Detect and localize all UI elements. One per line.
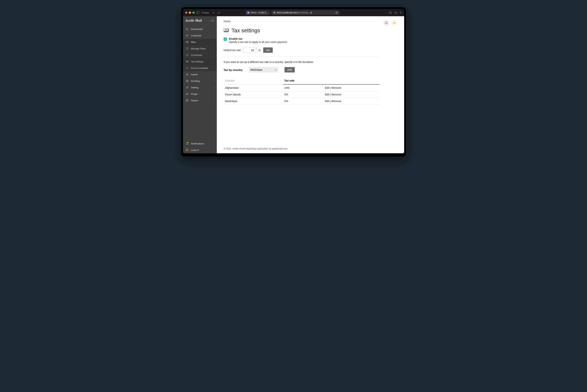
page-title: Tax settings <box>232 28 260 34</box>
set-button[interactable]: Set <box>263 48 273 53</box>
chevron-right-icon: › <box>213 34 214 36</box>
browser-tab-1[interactable]: M Demo - Acelle E... <box>245 10 270 15</box>
col-actions <box>323 77 379 84</box>
sidebar-sub-tax-settings[interactable]: Tax settings <box>183 58 217 65</box>
percent-sign: % <box>258 49 260 52</box>
svg-line-38 <box>393 24 394 24</box>
footer-copy: © 2022. Acelle Email Marketing Applicati… <box>224 147 272 150</box>
breadcrumb[interactable]: Home <box>224 20 230 23</box>
address-bar[interactable]: ✕ demo.acellemail.com/tax/settings <box>271 10 340 15</box>
send-icon <box>186 79 189 82</box>
window-close-dot[interactable] <box>185 12 187 14</box>
gear-icon <box>186 86 189 89</box>
tax-icon <box>186 60 189 63</box>
svg-text:$: $ <box>187 54 188 56</box>
site-menu-icon[interactable] <box>335 11 338 14</box>
svg-rect-41 <box>224 28 228 31</box>
svg-line-30 <box>387 24 387 24</box>
svg-rect-0 <box>196 12 199 14</box>
enable-tax-label: Enable tax <box>229 37 287 40</box>
currency-icon: $ <box>186 53 189 56</box>
svg-point-31 <box>394 22 395 24</box>
sidebar-sub-manage-plans[interactable]: Manage Plans <box>183 45 217 52</box>
sidebar-item-sending[interactable]: Sending › <box>183 78 217 84</box>
download-icon[interactable] <box>389 11 392 14</box>
app-window: Acelle Mail Dashboard Customer › Plan <box>183 16 404 153</box>
lock-icon <box>310 12 312 14</box>
cell-actions: Edit|Remove <box>323 91 379 98</box>
sidebar-collapse-icon[interactable] <box>211 20 214 22</box>
edit-link[interactable]: Edit <box>325 86 329 89</box>
country-note: If you want to set up a different tax ra… <box>224 60 380 64</box>
sidebar-item-label: Invoice template <box>191 67 214 70</box>
sidebar-item-admin[interactable]: Admin › <box>183 71 217 78</box>
cell-actions: Edit|Remove <box>323 98 379 104</box>
sidebar-item-customer[interactable]: Customer › <box>183 32 217 39</box>
sidebar-item-label: Customer <box>191 34 211 37</box>
footer: © 2022. Acelle Email Marketing Applicati… <box>217 144 404 153</box>
chevron-right-icon: › <box>213 86 214 88</box>
sidebar-item-user[interactable]: Louis P. › <box>183 147 217 153</box>
remove-link[interactable]: Remove <box>331 100 341 102</box>
svg-point-29 <box>385 22 387 24</box>
device-frame: Private M Demo - Acelle E... ✕ demo.acel… <box>181 7 406 156</box>
footer-link[interactable]: acellemail.com <box>272 147 287 150</box>
admin-icon <box>186 73 189 76</box>
tab-title: Demo - Acelle E... <box>251 11 268 14</box>
sidebar-item-label: Plugin <box>191 93 211 96</box>
sidebar-item-plugin[interactable]: Plugin › <box>183 91 217 97</box>
svg-line-39 <box>395 22 395 22</box>
check-icon <box>224 38 226 40</box>
main-content: Home Tax settings <box>217 16 404 153</box>
nav-reload-icon[interactable] <box>218 12 220 14</box>
svg-point-24 <box>187 74 188 74</box>
number-spinner[interactable]: ▲▼ <box>255 48 257 51</box>
edit-link[interactable]: Edit <box>325 100 329 102</box>
chevron-right-icon: › <box>213 80 214 82</box>
svg-point-4 <box>336 12 336 13</box>
window-min-dot[interactable] <box>189 12 191 14</box>
cell-country: Afghanistan <box>224 84 283 91</box>
sidebar-item-dashboard[interactable]: Dashboard <box>183 26 217 32</box>
country-select[interactable]: Martinique ▼ <box>249 67 278 72</box>
add-button[interactable]: Add <box>284 67 295 72</box>
table-row: Martinique 5% Edit|Remove <box>224 98 380 104</box>
new-tab-icon[interactable] <box>399 11 402 14</box>
col-country: Country <box>224 77 283 84</box>
svg-point-6 <box>337 12 337 13</box>
theme-toggle-button[interactable] <box>391 20 397 26</box>
url-host: demo.acellemail.com <box>277 11 297 14</box>
svg-rect-16 <box>186 48 188 50</box>
sidebar-item-plan[interactable]: Plan ⌄ <box>183 39 217 45</box>
manage-icon <box>186 47 189 50</box>
enable-tax-checkbox[interactable] <box>224 38 227 41</box>
sidebar-sub-currencies[interactable]: $ Currencies <box>183 52 217 58</box>
invoice-icon <box>186 66 189 70</box>
remove-link[interactable]: Remove <box>331 93 341 96</box>
cell-country: Martinique <box>224 98 283 104</box>
search-button[interactable] <box>383 20 389 26</box>
sidebar-item-label: Admin <box>191 73 211 76</box>
share-icon[interactable] <box>394 11 397 14</box>
edit-link[interactable]: Edit <box>325 93 329 96</box>
window-max-dot[interactable] <box>192 12 195 14</box>
sidebar-item-setting[interactable]: Setting › <box>183 84 217 91</box>
cell-rate: 5% <box>283 91 324 98</box>
sidebar-toggle-icon[interactable] <box>196 11 199 14</box>
sidebar-item-label: Louis P. <box>191 149 211 152</box>
sidebar-item-notifications[interactable]: Notifications › <box>183 140 217 147</box>
nav-back-icon[interactable] <box>213 12 215 14</box>
sidebar-item-label: Plan <box>191 41 210 44</box>
svg-rect-2 <box>310 12 312 14</box>
chevron-down-icon: ⌄ <box>213 41 214 43</box>
sidebar-item-report[interactable]: Report › <box>183 97 217 104</box>
sidebar-item-label: Report <box>191 99 211 102</box>
remove-link[interactable]: Remove <box>331 86 341 89</box>
sidebar-item-label: Dashboard <box>191 28 214 30</box>
svg-rect-23 <box>186 67 188 69</box>
sidebar-sub-invoice-template[interactable]: Invoice template <box>183 65 217 71</box>
cell-rate: 5% <box>283 98 324 104</box>
notification-dot <box>187 142 188 143</box>
app-logo: Acelle Mail <box>186 19 202 22</box>
private-label: Private <box>202 11 209 14</box>
